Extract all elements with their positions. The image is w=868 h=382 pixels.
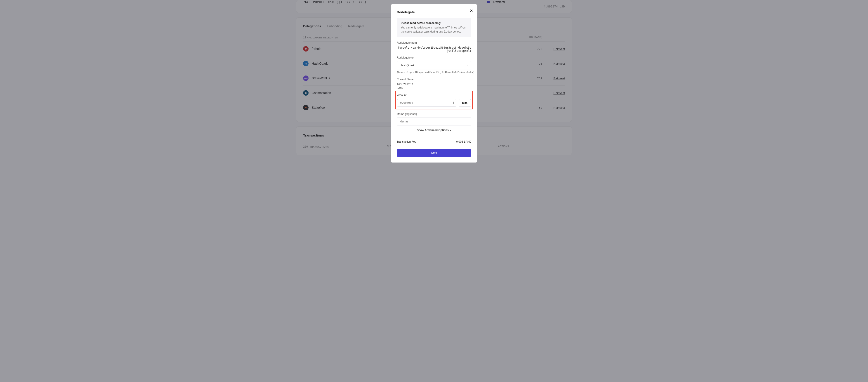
stake-label: Current Stake [397,78,471,81]
to-label: Redelegate to [397,56,471,59]
modal-title: Redelegate [397,10,471,14]
chevron-down-icon: ⌄ [467,64,468,66]
amount-highlight: Amount ▲▼ Max [395,91,473,109]
to-address: (bandvaloper18aqvecak05emvl3hjff40swq0m6… [397,71,471,74]
memo-label: Memo (Optional) [397,113,471,116]
amount-label: Amount [397,94,471,97]
amount-input-container: ▲▼ [397,99,456,107]
warning-box: Please read before proceeding: You can o… [397,18,471,37]
from-label: Redelegate from [397,41,471,44]
next-button[interactable]: Next [397,149,471,156]
redelegate-modal: Redelegate ✕ Please read before proceedi… [391,4,477,156]
caret-down-icon: ▼ [450,129,451,132]
modal-overlay[interactable]: Redelegate ✕ Please read before proceedi… [0,0,868,156]
fee-value: 0.005 BAND [456,140,471,143]
close-button[interactable]: ✕ [470,8,473,13]
warning-title: Please read before proceeding: [401,22,467,25]
stake-value: 163.288257 [397,83,471,86]
fee-label: Transaction Fee [397,140,416,143]
from-value: forbole (bandvaloper15vuzc565qr5sdc8nduq… [397,46,471,53]
close-icon: ✕ [470,8,473,13]
spinner-icon[interactable]: ▲▼ [453,101,454,104]
max-button[interactable]: Max [459,99,471,107]
warning-text: You can only redelegate a maximum of 7 t… [401,26,467,34]
amount-input[interactable] [400,101,453,104]
memo-input[interactable] [397,118,471,125]
advanced-options-toggle[interactable]: Show Advanced Options ▼ [397,129,471,132]
stake-unit: BAND [397,86,471,90]
to-select-value: HashQuark [400,64,414,67]
to-select[interactable]: HashQuark ⌄ [397,61,471,69]
